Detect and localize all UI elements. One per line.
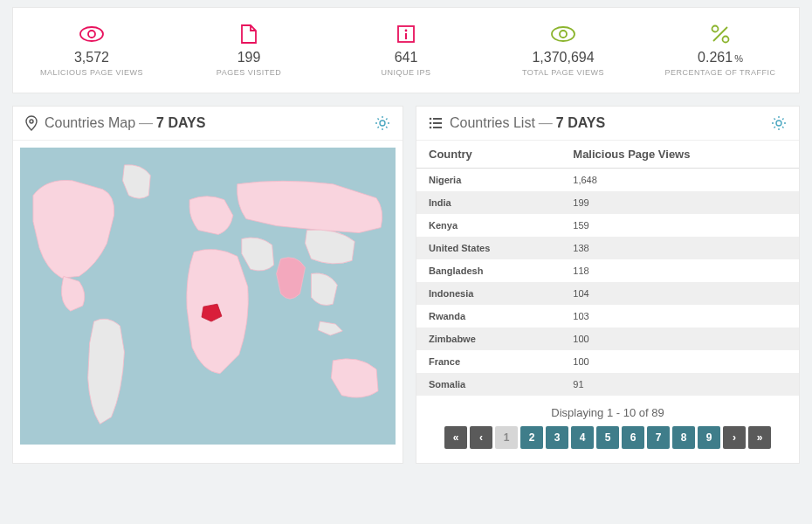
page-button-4[interactable]: 4 — [571, 426, 594, 449]
panel-header: Countries List — 7 DAYS — [416, 107, 799, 141]
svg-point-7 — [712, 26, 719, 32]
cell-views: 159 — [561, 214, 799, 237]
pagination: Displaying 1 - 10 of 89 «‹123456789›» — [416, 396, 799, 463]
page-button-2[interactable]: 2 — [520, 426, 543, 449]
page-button-5[interactable]: 5 — [596, 426, 619, 449]
pagination-label: Displaying 1 - 10 of 89 — [416, 406, 799, 419]
svg-line-9 — [713, 27, 727, 41]
cell-country: France — [416, 350, 561, 373]
stat-label: PAGES VISITED — [177, 68, 320, 77]
eye-icon — [20, 24, 163, 45]
stat-percentage: 0.261% PERCENTAGE OF TRAFFIC — [642, 8, 799, 93]
gear-icon[interactable] — [375, 115, 390, 131]
percent-icon — [649, 24, 792, 45]
cell-views: 118 — [561, 259, 799, 282]
svg-point-8 — [723, 37, 729, 43]
stat-value: 0.261% — [649, 50, 792, 66]
svg-point-15 — [430, 122, 432, 125]
svg-point-19 — [776, 121, 781, 126]
svg-point-5 — [552, 27, 575, 41]
countries-list-panel: Countries List — 7 DAYS Country Maliciou… — [416, 106, 800, 464]
panel-header: Countries Map — 7 DAYS — [13, 107, 403, 141]
list-icon — [429, 117, 443, 129]
cell-country: Indonesia — [416, 282, 561, 305]
world-map[interactable]: + - — [20, 148, 396, 445]
page-next-button[interactable]: › — [723, 426, 746, 449]
cell-country: India — [416, 191, 561, 214]
table-row: United States138 — [416, 237, 799, 259]
cell-views: 1,648 — [561, 169, 799, 192]
eye-icon — [492, 24, 635, 45]
table-row: France100 — [416, 350, 799, 373]
cell-views: 100 — [561, 350, 799, 373]
gear-icon[interactable] — [771, 115, 787, 131]
panel-period: 7 DAYS — [556, 115, 605, 131]
cell-country: Somalia — [416, 373, 561, 396]
svg-point-17 — [430, 127, 432, 129]
table-row: Indonesia104 — [416, 282, 799, 305]
stat-value: 1,370,694 — [492, 50, 635, 66]
stat-malicious-views: 3,572 MALICIOUS PAGE VIEWS — [13, 8, 170, 93]
stat-value: 199 — [177, 50, 320, 66]
page-button-8[interactable]: 8 — [672, 426, 695, 449]
page-first-button[interactable]: « — [444, 426, 467, 449]
page-last-button[interactable]: » — [748, 426, 771, 449]
page-button-6[interactable]: 6 — [622, 426, 644, 449]
svg-point-11 — [380, 121, 385, 126]
th-views: Malicious Page Views — [561, 141, 799, 169]
countries-map-panel: Countries Map — 7 DAYS + - — [12, 106, 403, 464]
cell-country: Rwanda — [416, 305, 561, 328]
svg-point-10 — [30, 120, 33, 123]
svg-point-3 — [405, 30, 408, 32]
stat-label: TOTAL PAGE VIEWS — [492, 68, 635, 77]
panel-title: Countries Map — [45, 115, 135, 131]
cell-country: Kenya — [416, 214, 561, 237]
svg-rect-14 — [433, 118, 442, 120]
svg-point-13 — [430, 118, 432, 121]
svg-rect-16 — [433, 122, 442, 124]
panel-title: Countries List — [450, 115, 535, 131]
svg-point-0 — [80, 27, 103, 41]
stat-total-views: 1,370,694 TOTAL PAGE VIEWS — [485, 8, 642, 93]
page-button-3[interactable]: 3 — [546, 426, 568, 449]
cell-views: 91 — [561, 373, 799, 396]
stat-pages-visited: 199 PAGES VISITED — [170, 8, 327, 93]
page-prev-button[interactable]: ‹ — [470, 426, 492, 449]
file-icon — [177, 24, 320, 45]
stat-value: 3,572 — [20, 50, 163, 66]
cell-views: 138 — [561, 237, 799, 259]
table-row: India199 — [416, 191, 799, 214]
cell-country: Nigeria — [416, 169, 561, 192]
table-row: Nigeria1,648 — [416, 169, 799, 192]
stat-label: PERCENTAGE OF TRAFFIC — [649, 68, 792, 77]
map-pin-icon — [25, 115, 38, 131]
svg-rect-18 — [433, 127, 442, 128]
svg-point-6 — [560, 31, 567, 38]
countries-table: Country Malicious Page Views Nigeria1,64… — [416, 141, 799, 396]
table-row: Bangladesh118 — [416, 259, 799, 282]
stat-unique-ips: 641 UNIQUE IPS — [327, 8, 485, 93]
th-country: Country — [416, 141, 561, 169]
stat-value: 641 — [334, 50, 478, 66]
table-row: Rwanda103 — [416, 305, 799, 328]
cell-country: United States — [416, 237, 561, 259]
page-button-1[interactable]: 1 — [495, 426, 518, 449]
page-button-7[interactable]: 7 — [647, 426, 670, 449]
svg-point-1 — [88, 31, 95, 38]
page-button-9[interactable]: 9 — [698, 426, 720, 449]
table-row: Kenya159 — [416, 214, 799, 237]
cell-country: Zimbabwe — [416, 328, 561, 350]
cell-views: 100 — [561, 328, 799, 350]
cell-views: 104 — [561, 282, 799, 305]
svg-rect-4 — [405, 33, 407, 39]
table-row: Somalia91 — [416, 373, 799, 396]
cell-views: 103 — [561, 305, 799, 328]
stat-label: MALICIOUS PAGE VIEWS — [20, 68, 163, 77]
table-row: Zimbabwe100 — [416, 328, 799, 350]
panel-period: 7 DAYS — [156, 115, 205, 131]
cell-country: Bangladesh — [416, 259, 561, 282]
stats-row: 3,572 MALICIOUS PAGE VIEWS 199 PAGES VIS… — [12, 7, 800, 93]
info-icon — [334, 24, 478, 45]
cell-views: 199 — [561, 191, 799, 214]
map-svg — [20, 148, 396, 443]
